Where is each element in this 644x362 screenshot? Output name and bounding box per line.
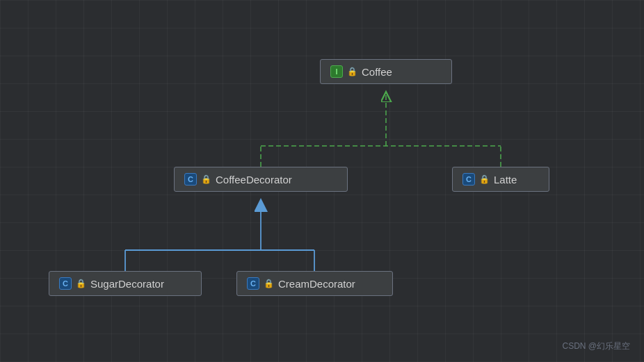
coffee-decorator-node[interactable]: C 🔒 CoffeeDecorator	[174, 167, 348, 192]
watermark: CSDN @幻乐星空	[562, 340, 630, 352]
cream-decorator-label: CreamDecorator	[278, 278, 355, 290]
lock-icon: 🔒	[76, 279, 86, 288]
class-icon: C	[247, 277, 259, 290]
class-icon: C	[184, 173, 197, 186]
cream-decorator-node[interactable]: C 🔒 CreamDecorator	[236, 271, 393, 296]
interface-icon: I	[330, 65, 343, 78]
latte-node[interactable]: C 🔒 Latte	[452, 167, 549, 192]
lock-icon: 🔒	[347, 67, 357, 76]
sugar-decorator-label: SugarDecorator	[90, 278, 164, 290]
coffee-node[interactable]: I 🔒 Coffee	[320, 59, 452, 84]
class-icon: C	[59, 277, 72, 290]
sugar-decorator-node[interactable]: C 🔒 SugarDecorator	[49, 271, 202, 296]
lock-icon: 🔒	[201, 174, 211, 184]
lock-icon: 🔒	[264, 279, 274, 288]
coffee-label: Coffee	[362, 66, 392, 78]
latte-label: Latte	[494, 174, 517, 186]
diagram-container: I 🔒 Coffee C 🔒 CoffeeDecorator C 🔒 Latte…	[0, 0, 644, 362]
lock-icon: 🔒	[479, 174, 490, 184]
class-icon: C	[462, 173, 475, 186]
coffee-decorator-label: CoffeeDecorator	[216, 174, 292, 186]
